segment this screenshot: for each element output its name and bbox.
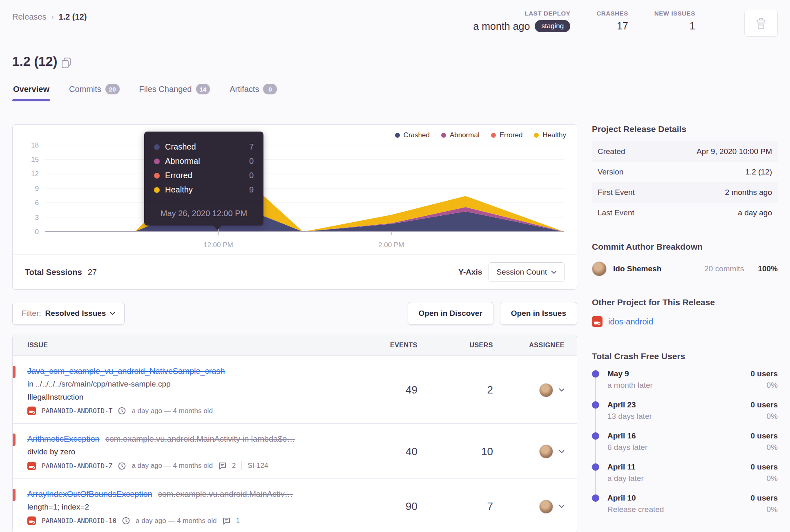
legend-crashed-label: Crashed (404, 131, 430, 139)
timeline-percent: 0% (750, 381, 778, 390)
other-project-link[interactable]: idos-android (608, 317, 653, 326)
legend-abnormal-label: Abnormal (450, 131, 480, 139)
assignee-dropdown-chevron-icon[interactable] (559, 388, 565, 392)
issue-events-count: 49 (356, 384, 417, 396)
clock-icon (122, 517, 130, 525)
assignee-dropdown-chevron-icon[interactable] (559, 450, 565, 454)
svg-text:6: 6 (35, 199, 39, 207)
svg-text:12: 12 (31, 170, 39, 178)
clock-icon (118, 462, 126, 470)
issue-age: a day ago — 4 months old (136, 517, 216, 525)
issue-culprit: in ../../../../src/main/cpp/native-sampl… (27, 378, 356, 390)
breadcrumb-releases-link[interactable]: Releases (12, 12, 46, 22)
issue-row: ArrayIndexOutOfBoundsExceptioncom.exampl… (13, 479, 577, 532)
breadcrumb-chevron-icon: › (51, 13, 54, 21)
tab-overview[interactable]: Overview (12, 81, 50, 101)
detail-row-version: Version 1.2 (12) (592, 162, 778, 182)
detail-value: Apr 9, 2020 10:00 PM (696, 147, 772, 156)
filter-selected-value: Resolved Issues (45, 309, 106, 318)
timeline-users: 0 users (750, 494, 778, 503)
open-in-issues-button[interactable]: Open in Issues (500, 302, 577, 325)
project-slug: PARANOID-ANDROID-10 (42, 517, 116, 525)
copy-version-icon[interactable] (64, 58, 71, 66)
page-header: Releases › 1.2 (12) LAST DEPLOY a month … (12, 0, 778, 37)
y-axis-select[interactable]: Session Count (489, 262, 565, 282)
legend-crashed[interactable]: Crashed (395, 131, 430, 139)
svg-text:15: 15 (31, 156, 39, 163)
assignee-avatar[interactable] (539, 445, 553, 458)
release-details-heading: Project Release Details (592, 124, 778, 134)
stat-crashes: CRASHES 17 (596, 10, 628, 32)
timeline-dot-icon (592, 494, 599, 502)
svg-text:2:00 PM: 2:00 PM (378, 241, 404, 249)
error-level-indicator (12, 434, 16, 446)
tooltip-errored-value: 0 (249, 171, 254, 180)
issue-title-link[interactable]: ArithmeticException (27, 434, 100, 443)
java-project-icon (592, 316, 603, 327)
tab-artifacts[interactable]: Artifacts 0 (229, 81, 278, 101)
issue-short-id: SI-124 (248, 462, 268, 470)
tooltip-row-errored: Errored 0 (154, 168, 254, 183)
open-in-discover-button[interactable]: Open in Discover (408, 302, 493, 325)
filter-label: Filter: (22, 309, 41, 318)
filter-dropdown[interactable]: Filter: Resolved Issues (12, 302, 125, 325)
commit-author-row: Ido Shemesh 20 commits 100% (592, 262, 778, 276)
crashed-dot-icon (154, 144, 160, 150)
timeline-caption: 13 days later (607, 412, 652, 421)
comments-count: 2 (232, 462, 236, 470)
chart-tooltip: Crashed 7 Abnormal 0 Errored 0 (144, 132, 263, 226)
timeline-item: April 16 6 days later 0 users 0% (592, 431, 778, 463)
tab-files-changed[interactable]: Files Changed 14 (138, 81, 211, 101)
issue-message: divide by zero (27, 446, 356, 458)
issue-title-link[interactable]: Java_com_example_vu_android_NativeSample… (27, 367, 225, 376)
sessions-chart-svg[interactable]: 036912151812:00 PM2:00 PM (13, 125, 577, 255)
java-project-icon (27, 516, 36, 525)
issues-table-header: ISSUE EVENTS USERS ASSIGNEE (13, 335, 577, 356)
timeline-date: April 16 (607, 431, 647, 440)
detail-label: Created (598, 147, 625, 156)
svg-text:0: 0 (35, 228, 39, 236)
assignee-dropdown-chevron-icon[interactable] (559, 505, 565, 508)
author-percent: 100% (758, 264, 778, 273)
svg-text:12:00 PM: 12:00 PM (203, 241, 233, 249)
assignee-avatar[interactable] (539, 500, 553, 514)
column-assignee: ASSIGNEE (493, 342, 565, 349)
breadcrumb-current: 1.2 (12) (58, 12, 87, 22)
project-slug: PARANOID-ANDROID-T (42, 407, 112, 415)
author-commit-count: 20 commits (704, 264, 744, 273)
last-deploy-label: LAST DEPLOY (473, 10, 570, 17)
legend-errored[interactable]: Errored (491, 131, 523, 139)
other-project-heading: Other Project for This Release (592, 297, 778, 307)
timeline-users: 0 users (750, 369, 778, 378)
issue-users-count: 2 (417, 384, 493, 396)
healthy-dot-icon (534, 133, 539, 138)
detail-value: a day ago (738, 208, 772, 217)
tooltip-abnormal-value: 0 (249, 156, 254, 166)
legend-errored-label: Errored (500, 131, 523, 139)
crashes-label: CRASHES (596, 10, 628, 17)
delete-release-button[interactable] (744, 10, 778, 37)
commit-author-heading: Commit Author Breakdown (592, 242, 778, 252)
tab-files-changed-count: 14 (196, 84, 210, 94)
detail-label: First Event (598, 188, 635, 197)
assignee-avatar[interactable] (539, 383, 553, 397)
tooltip-crashed-label: Crashed (165, 142, 244, 152)
tab-commits[interactable]: Commits 20 (68, 81, 121, 101)
meta-divider (241, 461, 242, 470)
timeline-date: April 10 (607, 494, 664, 503)
column-users: USERS (417, 342, 493, 349)
timeline-date: May 9 (607, 369, 653, 378)
issue-title-link[interactable]: ArrayIndexOutOfBoundsException (27, 490, 152, 498)
java-project-icon (27, 462, 36, 470)
legend-abnormal[interactable]: Abnormal (441, 131, 480, 139)
detail-label: Version (598, 168, 623, 177)
svg-text:18: 18 (31, 141, 39, 149)
chart-legend: Crashed Abnormal Errored Healthy (395, 131, 566, 139)
comments-icon (223, 517, 230, 525)
tooltip-healthy-label: Healthy (165, 185, 244, 194)
timeline-item: April 10 Release created 0 users 0% (592, 494, 778, 525)
tab-files-changed-label: Files Changed (139, 85, 192, 94)
environment-badge: staging (535, 20, 570, 32)
stat-last-deploy: LAST DEPLOY a month ago staging (473, 10, 570, 32)
legend-healthy[interactable]: Healthy (534, 131, 566, 139)
